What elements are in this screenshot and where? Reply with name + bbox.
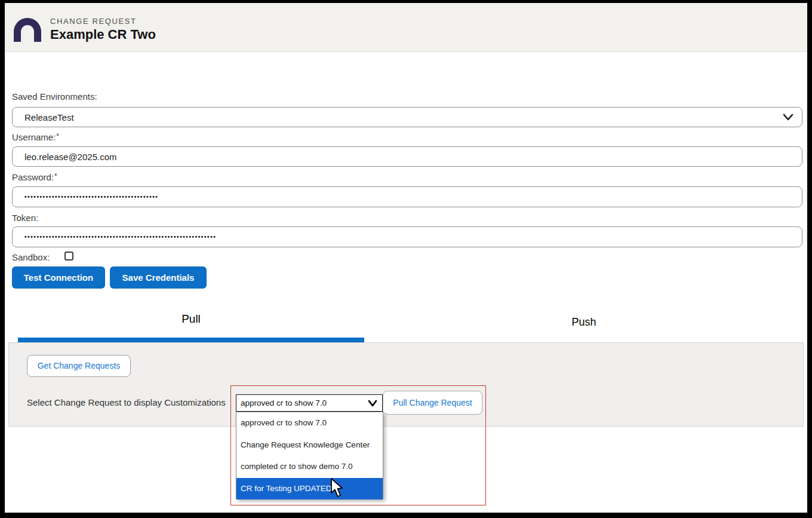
option-approved-cr[interactable]: approved cr to show 7.0 <box>236 412 383 434</box>
sandbox-checkbox[interactable] <box>64 252 73 260</box>
tab-push[interactable]: Push <box>364 316 804 329</box>
password-label: Password:* <box>12 172 57 182</box>
saved-environments-label: Saved Environments: <box>12 91 97 102</box>
saved-environments-select[interactable]: ReleaseTest <box>12 107 802 127</box>
header-eyebrow: CHANGE REQUEST <box>50 17 136 26</box>
select-change-request-label: Select Change Request to display Customi… <box>27 397 226 407</box>
saved-environments-value: ReleaseTest <box>24 108 74 127</box>
password-masked-value: ••••••••••••••••••••••••••••••••••••••••… <box>24 187 158 207</box>
option-cr-for-testing-updated[interactable]: CR for Testing UPDATED <box>236 478 383 500</box>
active-tab-underline <box>18 338 364 342</box>
username-input[interactable]: leo.release@2025.com <box>12 146 802 167</box>
password-input[interactable]: ••••••••••••••••••••••••••••••••••••••••… <box>12 186 802 207</box>
header: CHANGE REQUEST Example CR Two <box>5 3 807 52</box>
pull-change-request-button[interactable]: Pull Change Request <box>383 391 482 415</box>
page: CHANGE REQUEST Example CR Two Saved Envi… <box>5 3 807 513</box>
chevron-down-icon <box>368 400 377 407</box>
required-asterisk: * <box>54 172 57 180</box>
app-window: CHANGE REQUEST Example CR Two Saved Envi… <box>0 0 812 518</box>
n-logo-icon <box>14 18 41 42</box>
token-input[interactable]: ••••••••••••••••••••••••••••••••••••••••… <box>12 226 802 247</box>
change-request-options-list: approved cr to show 7.0 Change Request K… <box>236 412 383 499</box>
password-label-text: Password: <box>12 172 54 182</box>
option-completed-cr[interactable]: completed cr to show demo 7.0 <box>236 456 383 478</box>
username-value: leo.release@2025.com <box>24 147 116 167</box>
option-knowledge-center[interactable]: Change Request Knowledge Center <box>236 434 383 456</box>
tab-pull[interactable]: Pull <box>18 312 364 326</box>
username-label-text: Username: <box>12 132 56 142</box>
save-credentials-button[interactable]: Save Credentials <box>110 266 207 289</box>
token-masked-value: ••••••••••••••••••••••••••••••••••••••••… <box>24 227 216 247</box>
change-request-select-value: approved cr to show 7.0 <box>241 395 327 411</box>
username-label: Username:* <box>12 132 59 142</box>
required-asterisk: * <box>56 132 59 140</box>
change-request-select[interactable]: approved cr to show 7.0 <box>236 394 383 412</box>
get-change-requests-button[interactable]: Get Change Requests <box>27 355 131 377</box>
test-connection-button[interactable]: Test Connection <box>12 266 105 289</box>
sandbox-label: Sandbox: <box>12 252 50 262</box>
chevron-down-icon <box>783 113 793 121</box>
token-label: Token: <box>12 213 38 223</box>
page-title: Example CR Two <box>50 27 156 42</box>
